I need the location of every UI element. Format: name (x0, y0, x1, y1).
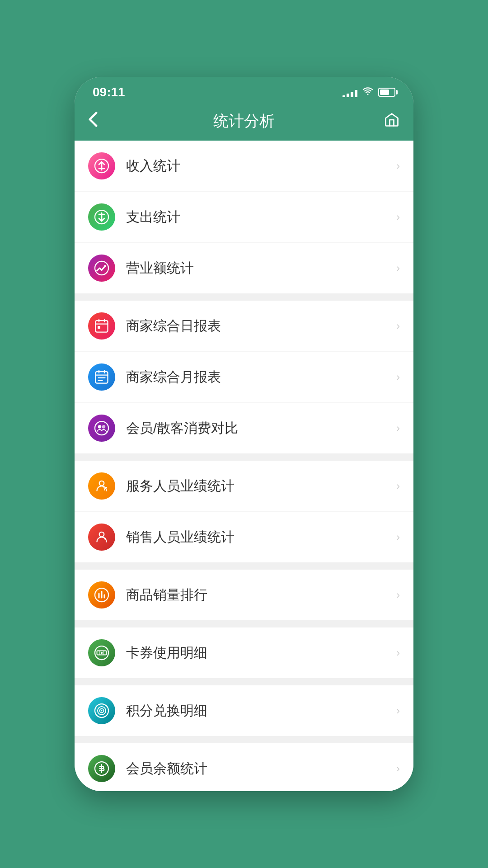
menu-item-revenue[interactable]: 营业额统计 › (75, 243, 413, 293)
daily-icon (88, 312, 115, 340)
points-label: 积分兑换明细 (126, 702, 396, 720)
expense-arrow: › (396, 211, 400, 223)
menu-item-service-staff[interactable]: 服务人员业绩统计 › (75, 461, 413, 512)
svg-rect-4 (96, 321, 108, 332)
member-compare-icon (88, 415, 115, 442)
menu-item-monthly[interactable]: 商家综合月报表 › (75, 352, 413, 403)
expense-label: 支出统计 (126, 208, 396, 226)
content-area: 收入统计 › 支出统计 › (75, 141, 413, 791)
menu-item-expense[interactable]: 支出统计 › (75, 192, 413, 243)
daily-label: 商家综合日报表 (126, 317, 396, 335)
sales-staff-arrow: › (396, 531, 400, 543)
coupon-icon (88, 639, 115, 666)
revenue-label: 营业额统计 (126, 259, 396, 278)
monthly-icon (88, 363, 115, 391)
product-rank-label: 商品销量排行 (126, 586, 396, 604)
member-balance-arrow: › (396, 762, 400, 775)
monthly-label: 商家综合月报表 (126, 368, 396, 387)
expense-icon (88, 203, 115, 231)
coupon-arrow: › (396, 646, 400, 659)
svg-point-3 (104, 265, 106, 267)
svg-point-10 (99, 481, 104, 486)
menu-item-sales-staff[interactable]: 销售人员业绩统计 › (75, 512, 413, 562)
coupon-label: 卡券使用明细 (126, 644, 396, 662)
wifi-icon (362, 86, 374, 99)
signal-icon (343, 87, 357, 97)
menu-group-6: 积分兑换明细 › (75, 685, 413, 736)
phone-frame: 09:11 统计分析 (75, 77, 413, 791)
svg-point-7 (95, 421, 108, 435)
svg-point-2 (95, 261, 108, 275)
service-staff-icon (88, 472, 115, 500)
revenue-icon (88, 255, 115, 282)
svg-rect-5 (98, 326, 100, 329)
menu-item-member-compare[interactable]: 会员/散客消费对比 › (75, 403, 413, 453)
menu-item-daily[interactable]: 商家综合日报表 › (75, 301, 413, 352)
menu-group-3: 服务人员业绩统计 › 销售人员业绩统计 › (75, 461, 413, 562)
home-button[interactable] (377, 112, 400, 131)
menu-item-member-balance[interactable]: 会员余额统计 › (75, 743, 413, 791)
nav-bar: 统计分析 (75, 104, 413, 141)
status-time: 09:11 (93, 85, 125, 99)
menu-item-product-rank[interactable]: 商品销量排行 › (75, 570, 413, 620)
menu-group-4: 商品销量排行 › (75, 570, 413, 620)
member-balance-icon (88, 755, 115, 782)
status-bar: 09:11 (75, 77, 413, 104)
menu-item-points[interactable]: 积分兑换明细 › (75, 685, 413, 736)
service-staff-label: 服务人员业绩统计 (126, 477, 396, 495)
service-staff-arrow: › (396, 480, 400, 492)
svg-point-15 (101, 652, 103, 654)
revenue-arrow: › (396, 262, 400, 274)
menu-item-income[interactable]: 收入统计 › (75, 141, 413, 192)
income-arrow: › (396, 160, 400, 172)
menu-group-5: 卡券使用明细 › (75, 627, 413, 678)
svg-point-11 (99, 532, 104, 537)
menu-item-coupon[interactable]: 卡券使用明细 › (75, 627, 413, 678)
back-button[interactable] (88, 111, 111, 132)
page-title: 统计分析 (213, 111, 275, 132)
member-compare-arrow: › (396, 422, 400, 434)
points-arrow: › (396, 704, 400, 717)
member-compare-label: 会员/散客消费对比 (126, 419, 396, 438)
menu-group-7: 会员余额统计 › 会员登记统计 › (75, 743, 413, 791)
svg-point-8 (98, 425, 102, 429)
menu-group-1: 收入统计 › 支出统计 › (75, 141, 413, 293)
daily-arrow: › (396, 320, 400, 332)
income-icon (88, 152, 115, 179)
product-rank-icon (88, 581, 115, 609)
product-rank-arrow: › (396, 589, 400, 601)
battery-icon (378, 88, 395, 97)
income-label: 收入统计 (126, 157, 396, 175)
svg-point-9 (102, 425, 106, 429)
menu-group-2: 商家综合日报表 › 商家综合月报表 › (75, 301, 413, 453)
monthly-arrow: › (396, 371, 400, 383)
points-icon (88, 697, 115, 724)
svg-point-19 (101, 710, 103, 712)
member-balance-label: 会员余额统计 (126, 760, 396, 778)
sales-staff-icon (88, 524, 115, 551)
status-icons (343, 86, 395, 99)
sales-staff-label: 销售人员业绩统计 (126, 528, 396, 547)
